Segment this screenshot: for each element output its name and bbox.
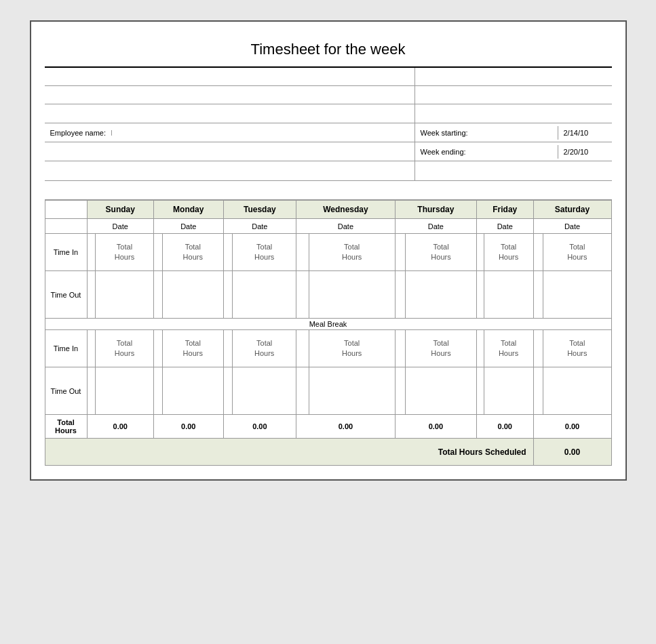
fri-timeout-2[interactable] — [477, 367, 484, 415]
week-ending-value: 2/20/10 — [558, 145, 612, 159]
tue-timeout-total-1 — [233, 271, 296, 319]
saturday-header: Saturday — [533, 201, 611, 219]
friday-date[interactable]: Date — [477, 219, 534, 234]
sun-total-1: TotalHours — [96, 234, 154, 271]
thu-timeout-total-1 — [406, 271, 477, 319]
thu-timein-1[interactable] — [395, 234, 405, 271]
tuesday-header: Tuesday — [223, 201, 296, 219]
time-in-row-2: Time In TotalHours TotalHours TotalHours… — [45, 330, 611, 367]
wed-timeout-total-1 — [309, 271, 395, 319]
mon-total-1: TotalHours — [163, 234, 224, 271]
sat-timein-1[interactable] — [533, 234, 543, 271]
top-blank-section — [45, 68, 612, 123]
tuesday-date[interactable]: Date — [223, 219, 296, 234]
sat-total-1: TotalHours — [543, 234, 611, 271]
sat-timein-2[interactable] — [533, 330, 543, 367]
emp-blank-1 — [45, 142, 414, 161]
thu-timeout-2[interactable] — [395, 367, 405, 415]
employee-section: Employee name: — [45, 123, 415, 180]
timesheet-page: Timesheet for the week Employee name: — [30, 20, 627, 481]
sat-total-hours: 0.00 — [533, 415, 611, 439]
time-out-label-1: Time Out — [45, 271, 87, 319]
thu-timeout-total-2 — [406, 367, 477, 415]
monday-header: Monday — [153, 201, 223, 219]
thu-total-1: TotalHours — [406, 234, 477, 271]
tue-timeout-2[interactable] — [223, 367, 233, 415]
thu-timein-2[interactable] — [395, 330, 405, 367]
employee-row: Employee name: — [45, 123, 414, 142]
tue-timeout-total-2 — [233, 367, 296, 415]
wed-timein-2[interactable] — [296, 330, 309, 367]
total-hours-row: Total Hours 0.00 0.00 0.00 0.00 0.00 0.0… — [45, 415, 611, 439]
tue-timein-2[interactable] — [223, 330, 233, 367]
time-in-label-2: Time In — [45, 330, 87, 367]
date-empty — [45, 219, 87, 234]
total-scheduled-row: Total Hours Scheduled 0.00 — [45, 439, 611, 466]
mon-timeout-1[interactable] — [153, 271, 162, 319]
time-in-label-1: Time In — [45, 234, 87, 271]
thu-total-hours: 0.00 — [395, 415, 476, 439]
sun-timeout-2[interactable] — [87, 367, 96, 415]
sunday-header: Sunday — [87, 201, 153, 219]
sat-timeout-total-2 — [543, 367, 611, 415]
tue-timein-1[interactable] — [223, 234, 233, 271]
mon-timeout-2[interactable] — [153, 367, 162, 415]
tue-total-2: TotalHours — [233, 330, 296, 367]
time-in-row-1: Time In TotalHours TotalHours TotalHours… — [45, 234, 611, 271]
wed-timeout-2[interactable] — [296, 367, 309, 415]
fri-timein-2[interactable] — [477, 330, 484, 367]
time-out-row-1: Time Out — [45, 271, 611, 319]
mon-total-hours: 0.00 — [153, 415, 223, 439]
wednesday-date[interactable]: Date — [296, 219, 395, 234]
sat-timeout-2[interactable] — [533, 367, 543, 415]
sat-total-2: TotalHours — [543, 330, 611, 367]
time-out-label-2: Time Out — [45, 367, 87, 415]
right-blank-1 — [415, 68, 612, 86]
sun-total-hours: 0.00 — [87, 415, 153, 439]
page-title: Timesheet for the week — [251, 41, 406, 58]
sun-total-2: TotalHours — [96, 330, 154, 367]
fri-total-2: TotalHours — [484, 330, 533, 367]
wed-total-2: TotalHours — [309, 330, 395, 367]
top-left-blank — [45, 68, 415, 123]
thursday-header: Thursday — [395, 201, 476, 219]
tue-timeout-1[interactable] — [223, 271, 233, 319]
timesheet-table: Sunday Monday Tuesday Wednesday Thursday… — [45, 200, 612, 466]
saturday-date[interactable]: Date — [533, 219, 611, 234]
wed-timein-1[interactable] — [296, 234, 309, 271]
thursday-date[interactable]: Date — [395, 219, 476, 234]
emp-blank-2 — [45, 161, 414, 180]
fri-total-1: TotalHours — [484, 234, 533, 271]
total-scheduled-value: 0.00 — [533, 439, 611, 466]
week-starting-row: Week starting: 2/14/10 — [415, 123, 612, 142]
mon-timein-2[interactable] — [153, 330, 162, 367]
thu-timeout-1[interactable] — [395, 271, 405, 319]
employee-value[interactable] — [111, 130, 414, 136]
sun-timeout-total-1 — [96, 271, 154, 319]
fri-timeout-1[interactable] — [477, 271, 484, 319]
wednesday-header: Wednesday — [296, 201, 395, 219]
fri-timein-1[interactable] — [477, 234, 484, 271]
top-right-blank — [415, 68, 612, 123]
monday-date[interactable]: Date — [153, 219, 223, 234]
sat-timeout-total-1 — [543, 271, 611, 319]
mon-total-2: TotalHours — [163, 330, 224, 367]
wed-total-1: TotalHours — [309, 234, 395, 271]
sun-timeout-1[interactable] — [87, 271, 96, 319]
sun-timein-1[interactable] — [87, 234, 96, 271]
date-row: Date Date Date Date Date Date Date — [45, 219, 611, 234]
sun-timeout-total-2 — [96, 367, 154, 415]
week-ending-label: Week ending: — [415, 145, 558, 159]
sat-timeout-1[interactable] — [533, 271, 543, 319]
sun-timein-2[interactable] — [87, 330, 96, 367]
thu-total-2: TotalHours — [406, 330, 477, 367]
time-out-row-2: Time Out — [45, 367, 611, 415]
wed-timeout-1[interactable] — [296, 271, 309, 319]
spacer-row-1 — [45, 181, 612, 200]
sunday-date[interactable]: Date — [87, 219, 153, 234]
mon-timein-1[interactable] — [153, 234, 162, 271]
fri-total-hours: 0.00 — [477, 415, 534, 439]
total-scheduled-label: Total Hours Scheduled — [45, 439, 533, 466]
mon-timeout-total-1 — [163, 271, 224, 319]
right-blank-3 — [415, 104, 612, 123]
